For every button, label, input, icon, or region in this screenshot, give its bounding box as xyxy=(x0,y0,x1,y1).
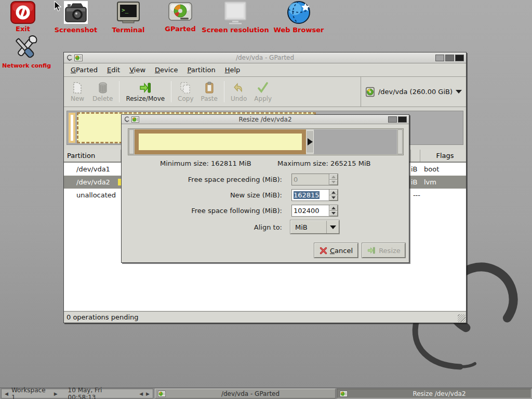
task-next-icon[interactable]: ▶ xyxy=(146,391,150,396)
right-grip[interactable] xyxy=(397,129,403,154)
dialog-title: Resize /dev/vda2 xyxy=(122,116,409,123)
free-space-following-spinbox[interactable]: 102400 xyxy=(291,205,338,217)
task-title: Resize /dev/vda2 xyxy=(350,390,528,397)
resize-handle[interactable] xyxy=(306,130,314,153)
partition-block-vda1[interactable] xyxy=(69,113,75,143)
resize-confirm-button[interactable]: Resize xyxy=(362,243,405,258)
desktop-icon-terminal[interactable]: >_ Terminal xyxy=(106,1,151,34)
resize-dialog: Resize /dev/vda2 Minimum size: 162811 Mi… xyxy=(121,114,409,263)
spin-down-button[interactable] xyxy=(329,180,338,185)
menu-view[interactable]: View xyxy=(125,64,150,75)
spin-down-button[interactable] xyxy=(329,195,338,201)
close-button[interactable] xyxy=(455,55,464,61)
icon-label: Screen resolution xyxy=(202,26,269,34)
toolbar-copy-button[interactable]: Copy xyxy=(174,78,197,105)
apply-check-icon xyxy=(257,82,269,94)
statusbar: 0 operations pending xyxy=(64,311,466,323)
task-button-gparted[interactable]: /dev/vda - GParted xyxy=(155,389,336,398)
monitor-icon xyxy=(221,1,250,25)
menu-help[interactable]: Help xyxy=(220,64,245,75)
resize-track xyxy=(135,129,397,154)
up-arrow-icon xyxy=(331,191,336,194)
window-title: /dev/vda - GParted xyxy=(64,54,466,61)
desktop-icon-screen-resolution[interactable]: Screen resolution xyxy=(202,1,269,34)
toolbar-separator xyxy=(171,81,171,102)
task-prev-icon[interactable]: ◀ xyxy=(139,391,143,396)
partition-region[interactable] xyxy=(135,129,306,154)
dialog-titlebar[interactable]: Resize /dev/vda2 xyxy=(122,115,409,124)
clock: 10 May, Fri 00:58:13 xyxy=(68,387,131,399)
align-to-combo[interactable]: MiB xyxy=(290,220,339,234)
icon-label: GParted xyxy=(163,25,197,33)
chevron-down-icon xyxy=(330,225,336,229)
header-partition[interactable]: Partition xyxy=(64,150,121,162)
free-space-preceding-spinbox[interactable]: 0 xyxy=(291,174,338,185)
globe-icon xyxy=(285,0,313,25)
header-size[interactable] xyxy=(411,150,420,162)
device-label: /dev/vda (260.00 GiB) xyxy=(378,88,453,96)
spin-down-button[interactable] xyxy=(329,211,338,217)
spin-up-button[interactable] xyxy=(329,205,338,211)
toolbar-resize-move-button[interactable]: Resize/Move xyxy=(122,78,168,105)
desktop-icon-web-browser[interactable]: Web Browser xyxy=(266,0,331,34)
field-free-space-following: Free space following (MiB): 102400 xyxy=(122,205,409,217)
resize-grip[interactable] xyxy=(458,314,466,322)
toolbar-apply-button[interactable]: Apply xyxy=(250,78,275,105)
resize-arrow-icon xyxy=(367,246,376,255)
down-arrow-icon xyxy=(331,196,336,199)
menu-gparted[interactable]: GParted xyxy=(66,64,102,75)
toolbar-separator xyxy=(119,81,119,102)
camera-icon xyxy=(61,1,90,25)
taskbar: ◀ Workspace 1 ▶ 10 May, Fri 00:58:13 ◀ ▶… xyxy=(0,388,532,399)
workspace-next-icon[interactable]: ▶ xyxy=(54,391,58,396)
gparted-mini-icon xyxy=(340,391,348,397)
menubar: GParted Edit View Device Partition Help xyxy=(64,63,466,77)
menu-partition[interactable]: Partition xyxy=(183,64,220,75)
toolbar-delete-button[interactable]: Delete xyxy=(89,78,116,105)
desktop-icon-network-config[interactable]: Network config xyxy=(2,35,49,69)
workspace-prev-icon[interactable]: ◀ xyxy=(5,391,8,396)
close-button[interactable] xyxy=(398,116,407,123)
task-title: /dev/vda - GParted xyxy=(168,390,332,397)
menu-device[interactable]: Device xyxy=(150,64,182,75)
desktop-icon-exit[interactable]: Exit xyxy=(4,1,42,33)
svg-text:>_: >_ xyxy=(122,7,129,14)
maximize-button[interactable] xyxy=(388,116,397,123)
up-arrow-icon xyxy=(331,176,336,178)
new-size-spinbox[interactable]: 162815 xyxy=(291,189,338,201)
toolbar-new-button[interactable]: New xyxy=(66,78,89,105)
device-combo[interactable]: /dev/vda (260.00 GiB) xyxy=(361,77,466,107)
left-grip[interactable] xyxy=(129,129,134,154)
desktop-icon-gparted[interactable]: GParted xyxy=(163,1,197,33)
combo-dropdown-button[interactable] xyxy=(326,221,339,233)
chevron-down-icon xyxy=(456,90,462,94)
toolbar-paste-button[interactable]: Paste xyxy=(197,78,221,105)
spin-up-button[interactable] xyxy=(329,174,338,180)
undo-icon xyxy=(233,82,245,94)
menu-edit[interactable]: Edit xyxy=(102,64,125,75)
status-text: 0 operations pending xyxy=(66,313,139,321)
new-partition-icon xyxy=(72,82,83,94)
field-new-size: New size (MiB): 162815 xyxy=(122,189,409,201)
header-flags[interactable]: Flags xyxy=(420,150,466,162)
arrow-right-icon xyxy=(308,138,313,145)
toolbar-undo-button[interactable]: Undo xyxy=(227,78,250,105)
desktop: Exit Screenshot >_ Terminal xyxy=(0,0,532,399)
debian-mini-icon xyxy=(66,54,73,61)
power-icon xyxy=(10,1,35,24)
tools-icon xyxy=(10,35,41,61)
up-arrow-icon xyxy=(331,207,336,209)
workspace-label: Workspace 1 xyxy=(11,387,51,399)
task-button-resize-dialog[interactable]: Resize /dev/vda2 xyxy=(337,389,531,398)
cancel-button[interactable]: Cancel xyxy=(314,243,358,258)
maximize-button[interactable] xyxy=(445,55,454,61)
gparted-mini-icon xyxy=(158,391,166,397)
gparted-titlebar[interactable]: /dev/vda - GParted xyxy=(64,52,466,63)
icon-label: Network config xyxy=(2,62,49,69)
minimize-button[interactable] xyxy=(435,55,444,61)
spin-up-button[interactable] xyxy=(329,190,338,195)
field-free-space-preceding: Free space preceding (MiB): 0 xyxy=(122,174,409,185)
field-align-to: Align to: MiB xyxy=(122,220,409,234)
debian-mini-icon xyxy=(124,116,130,123)
toolbar: New Delete Resize/Move xyxy=(64,77,466,107)
